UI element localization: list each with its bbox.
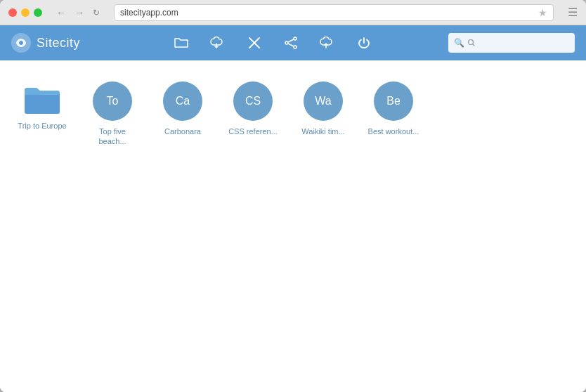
file-label: Carbonara xyxy=(164,126,201,136)
svg-point-1 xyxy=(294,46,297,48)
search-icon-svg xyxy=(467,39,476,47)
file-item-waikiki[interactable]: Wa Waikiki tim... xyxy=(295,81,351,136)
toolbar-icons xyxy=(97,32,448,54)
browser-window: ← → ↻ ★ ☰ Sitecity xyxy=(0,0,586,392)
search-input[interactable] xyxy=(478,38,569,48)
power-button[interactable] xyxy=(353,32,375,54)
app-logo: Sitecity xyxy=(11,33,80,53)
maximize-button[interactable] xyxy=(34,8,42,17)
bookmark-icon[interactable]: ★ xyxy=(538,7,547,18)
file-label: Trip to Europe xyxy=(18,121,66,131)
file-label: CSS referen... xyxy=(228,126,278,136)
title-bar: ← → ↻ ★ ☰ xyxy=(0,0,586,25)
file-item-best-workout[interactable]: Be Best workout... xyxy=(365,81,422,136)
svg-point-0 xyxy=(294,37,297,40)
search-wrapper: 🔍 xyxy=(448,33,575,53)
share-button[interactable] xyxy=(280,32,302,54)
app-logo-icon xyxy=(11,33,31,53)
file-item-carbonara[interactable]: Ca Carbonara xyxy=(155,81,211,136)
address-bar-container: ★ xyxy=(114,4,554,21)
new-folder-button[interactable] xyxy=(170,32,193,54)
app-logo-text: Sitecity xyxy=(37,36,80,51)
file-label: Best workout... xyxy=(368,126,419,136)
file-label: Top five beach... xyxy=(84,126,141,147)
nav-buttons: ← → ↻ xyxy=(53,6,103,19)
doc-circle: Wa xyxy=(304,81,343,121)
svg-point-2 xyxy=(285,41,288,44)
doc-circle: Ca xyxy=(163,81,202,121)
toolbar-search: 🔍 xyxy=(448,33,575,53)
doc-circle: CS xyxy=(233,81,273,121)
doc-circle: To xyxy=(93,81,132,121)
back-button[interactable]: ← xyxy=(53,6,69,19)
main-content: Trip to Europe To Top five beach... Ca C… xyxy=(0,60,586,392)
cloud-download-button[interactable] xyxy=(207,32,229,54)
address-input[interactable] xyxy=(120,8,538,18)
folder-icon xyxy=(21,81,63,115)
forward-button[interactable]: → xyxy=(72,6,87,19)
delete-button[interactable] xyxy=(243,32,266,54)
app-toolbar: Sitecity xyxy=(0,25,586,60)
publish-button[interactable] xyxy=(316,32,339,54)
file-label: Waikiki tim... xyxy=(301,126,344,136)
traffic-lights xyxy=(8,8,42,17)
file-grid: Trip to Europe To Top five beach... Ca C… xyxy=(14,81,572,147)
search-icon: 🔍 xyxy=(454,38,464,48)
close-button[interactable] xyxy=(8,8,17,17)
menu-icon[interactable]: ☰ xyxy=(568,6,578,19)
refresh-button[interactable]: ↻ xyxy=(90,6,103,19)
doc-circle: Be xyxy=(374,81,413,121)
file-item-top-five[interactable]: To Top five beach... xyxy=(84,81,141,147)
minimize-button[interactable] xyxy=(21,8,30,17)
file-item-css-reference[interactable]: CS CSS referen... xyxy=(225,81,281,136)
file-item-trip-europe[interactable]: Trip to Europe xyxy=(14,81,70,131)
